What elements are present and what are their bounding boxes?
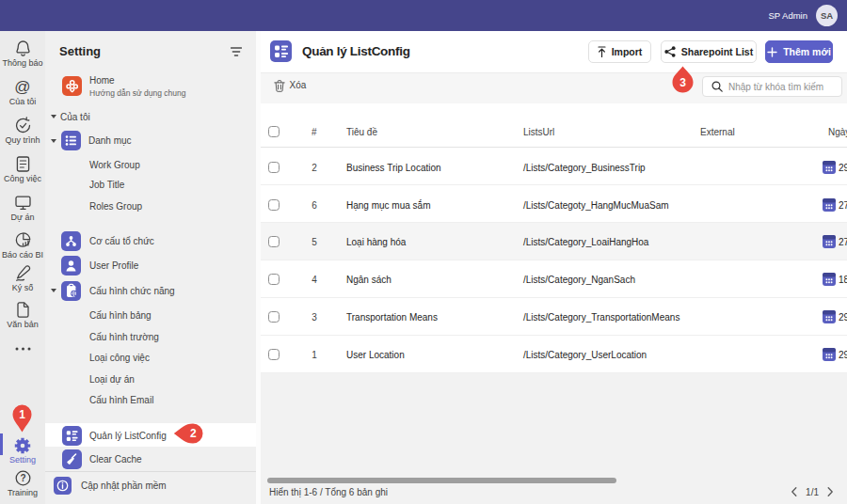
svg-text:3: 3 <box>679 76 686 89</box>
svg-text:1: 1 <box>19 408 25 421</box>
svg-text:?: ? <box>20 473 25 483</box>
svg-text:2: 2 <box>190 427 197 440</box>
